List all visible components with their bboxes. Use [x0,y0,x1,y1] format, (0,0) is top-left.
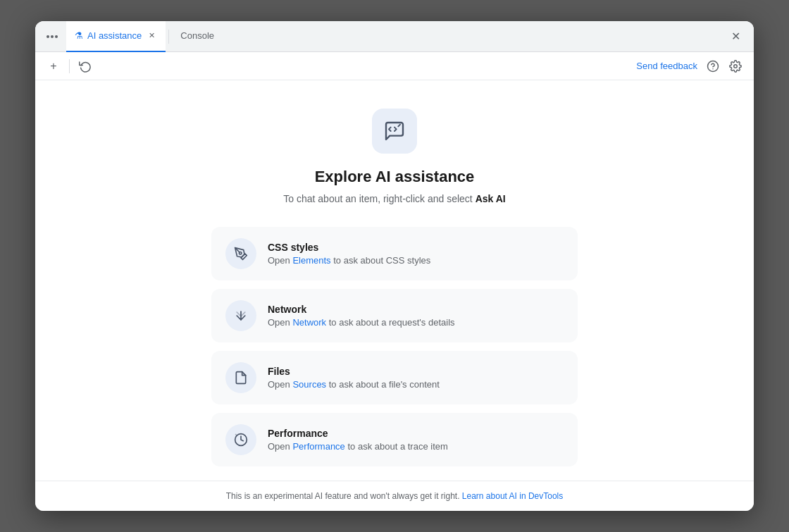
performance-feature-name: Performance [268,428,448,439]
ai-chat-icon [383,120,406,142]
elements-link[interactable]: Elements [292,255,330,266]
feature-list: CSS styles Open Elements to ask about CS… [211,227,578,466]
performance-icon [225,424,256,455]
svg-line-3 [398,125,400,127]
window-close-button[interactable]: ✕ [726,27,745,47]
tab-ai-label: AI assistance [87,30,142,41]
ai-icon-container [372,109,417,154]
network-feature-desc: Open Network to ask about a request's de… [268,317,455,328]
css-feature-name: CSS styles [268,242,430,253]
css-feature-desc: Open Elements to ask about CSS styles [268,255,430,266]
tab-group: ⚗ AI assistance ✕ Console [66,21,720,52]
new-tab-button[interactable]: + [44,56,63,76]
feature-card-performance: Performance Open Performance to ask abou… [211,413,578,466]
css-icon [225,238,256,269]
performance-feature-desc: Open Performance to ask about a trace it… [268,441,448,452]
titlebar: ⚗ AI assistance ✕ Console ✕ [35,21,754,52]
page-title: Explore AI assistance [315,168,475,186]
network-link[interactable]: Network [292,317,326,328]
files-feature-desc: Open Sources to ask about a file's conte… [268,379,440,390]
performance-feature-info: Performance Open Performance to ask abou… [268,428,448,452]
network-feature-info: Network Open Network to ask about a requ… [268,304,455,328]
history-button[interactable] [75,56,95,76]
flask-icon: ⚗ [75,30,83,41]
tab-ai-assistance[interactable]: ⚗ AI assistance ✕ [66,21,166,52]
feature-card-network: Network Open Network to ask about a requ… [211,289,578,342]
svg-point-2 [734,64,738,68]
help-button[interactable] [703,56,723,76]
settings-button[interactable] [726,56,745,76]
feature-card-files: Files Open Sources to ask about a file's… [211,351,578,404]
files-feature-info: Files Open Sources to ask about a file's… [268,366,440,390]
explore-subtitle: To chat about an item, right-click and s… [283,193,505,204]
svg-point-4 [240,252,242,254]
svg-line-7 [236,435,237,436]
css-feature-info: CSS styles Open Elements to ask about CS… [268,242,430,266]
files-icon [225,362,256,393]
tab-divider [168,30,169,44]
sources-link[interactable]: Sources [292,379,326,390]
footer: This is an experimental AI feature and w… [35,481,754,511]
files-feature-name: Files [268,366,440,377]
devtools-window: ⚗ AI assistance ✕ Console ✕ + Send feedb… [35,21,754,511]
toolbar-separator [69,59,70,73]
main-content: Explore AI assistance To chat about an i… [35,80,754,481]
tab-ai-close[interactable]: ✕ [146,30,157,42]
send-feedback-link[interactable]: Send feedback [636,61,697,71]
network-icon [225,300,256,331]
tab-console-label: Console [180,30,214,41]
toolbar: + Send feedback [35,52,754,80]
tab-console[interactable]: Console [172,21,223,52]
learn-ai-link[interactable]: Learn about AI in DevTools [462,491,563,501]
feature-card-css: CSS styles Open Elements to ask about CS… [211,227,578,280]
network-feature-name: Network [268,304,455,315]
menu-dots[interactable] [44,32,61,41]
performance-link[interactable]: Performance [292,441,344,452]
